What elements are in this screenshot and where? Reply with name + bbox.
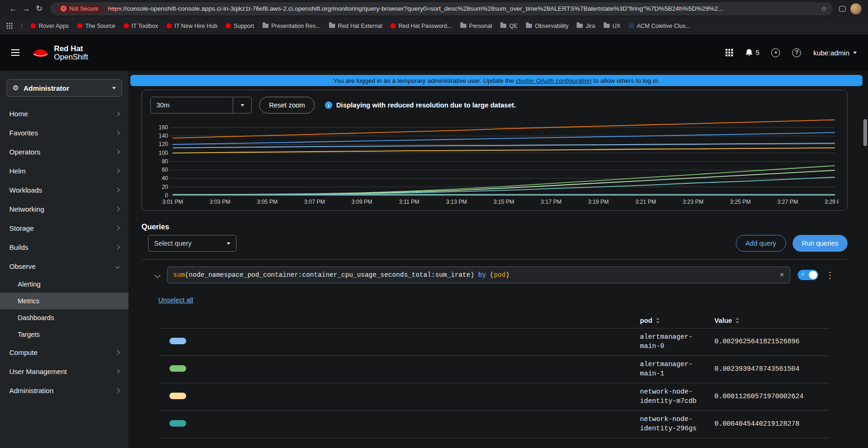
- not-secure-badge[interactable]: × Not Secure: [56, 4, 103, 13]
- masthead: Red HatOpenShift 5 + ? kube:admin: [0, 34, 868, 71]
- query-kebab-menu[interactable]: ⋮: [826, 270, 834, 281]
- query-enabled-toggle[interactable]: ✓: [798, 270, 818, 280]
- series-swatch: [169, 338, 186, 344]
- table-row[interactable]: network-node- 0.0004411958728464218: [159, 438, 829, 448]
- svg-text:120: 120: [159, 141, 168, 147]
- value-column-header[interactable]: Value: [714, 317, 829, 324]
- pod-column-header[interactable]: pod: [640, 317, 714, 324]
- login-banner: You are logged in as a temporary adminis…: [130, 75, 862, 86]
- run-queries-button[interactable]: Run queries: [793, 235, 848, 252]
- not-secure-label: Not Secure: [69, 6, 99, 12]
- bookmark-item[interactable]: Observability: [526, 23, 568, 29]
- sidebar-item-observe[interactable]: Observe: [0, 257, 128, 276]
- sidebar-item-alerting[interactable]: Alerting: [0, 276, 128, 293]
- svg-text:140: 140: [159, 133, 168, 139]
- table-row[interactable]: alertmanager-main-0 0.002962564182152689…: [159, 328, 829, 356]
- sidebar-item-workloads[interactable]: Workloads: [0, 181, 128, 200]
- browser-panel-icon[interactable]: [839, 6, 846, 12]
- table-row[interactable]: network-node-identity-m7cdb 0.0001126057…: [159, 383, 829, 411]
- svg-text:3:13 PM: 3:13 PM: [446, 199, 467, 205]
- page-scrollbar[interactable]: [863, 34, 867, 448]
- svg-text:80: 80: [162, 158, 168, 165]
- svg-text:3:19 PM: 3:19 PM: [588, 199, 609, 205]
- svg-text:0: 0: [165, 192, 168, 199]
- sidebar-item-networking[interactable]: Networking: [0, 200, 128, 219]
- apps-grid-icon[interactable]: [7, 23, 13, 29]
- sidebar-nav: ⚙ Administrator Home Favorites Operators…: [0, 71, 128, 448]
- sidebar-item-user-management[interactable]: User Management: [0, 362, 128, 381]
- svg-text:3:23 PM: 3:23 PM: [683, 199, 704, 205]
- table-row[interactable]: network-node-identity-296gs 0.0004045440…: [159, 411, 829, 438]
- svg-text:40: 40: [162, 175, 168, 181]
- bell-icon: [745, 48, 753, 57]
- sidebar-item-storage[interactable]: Storage: [0, 219, 128, 238]
- folder-icon: [526, 24, 532, 28]
- import-yaml-icon[interactable]: +: [771, 48, 780, 57]
- bookmark-item[interactable]: Jira: [577, 23, 595, 29]
- notifications-button[interactable]: 5: [745, 48, 760, 57]
- sidebar-item-helm[interactable]: Helm: [0, 161, 128, 181]
- bookmark-item[interactable]: IT Toolbox: [124, 23, 158, 29]
- query-expand-toggle[interactable]: [155, 272, 161, 278]
- table-row[interactable]: alertmanager-main-1 0.002393947874356150…: [159, 356, 829, 383]
- sidebar-item-favorites[interactable]: Favorites: [0, 123, 128, 142]
- svg-text:3:27 PM: 3:27 PM: [777, 199, 798, 205]
- reset-zoom-button[interactable]: Reset zoom: [259, 97, 315, 114]
- sidebar-item-dashboards[interactable]: Dashboards: [0, 309, 128, 326]
- sidebar-item-administration[interactable]: Administration: [0, 381, 128, 400]
- perspective-switcher[interactable]: ⚙ Administrator: [7, 79, 122, 97]
- redhat-favicon-icon: [77, 23, 82, 28]
- bookmark-item[interactable]: Personal: [460, 23, 492, 29]
- sidebar-item-builds[interactable]: Builds: [0, 238, 128, 257]
- redhat-favicon-icon: [167, 23, 172, 28]
- nav-toggle-icon[interactable]: [11, 49, 20, 56]
- bookmark-star-icon[interactable]: ☆: [821, 5, 827, 13]
- help-icon[interactable]: ?: [792, 48, 801, 57]
- sidebar-item-targets[interactable]: Targets: [0, 326, 128, 343]
- sidebar-item-home[interactable]: Home: [0, 104, 128, 123]
- metrics-line-chart[interactable]: 0204060801001201401603:01 PM3:03 PM3:05 …: [150, 117, 839, 208]
- chevron-right-icon: [115, 150, 120, 154]
- url-bar[interactable]: × Not Secure https://console-openshift-c…: [50, 2, 833, 15]
- query-expression-input[interactable]: sum(node_namespace_pod_container:contain…: [167, 267, 790, 283]
- bookmark-item[interactable]: Rover Apps: [31, 23, 69, 29]
- sidebar-item-metrics[interactable]: Metrics: [0, 293, 128, 309]
- back-icon[interactable]: ←: [7, 4, 20, 13]
- bookmark-item[interactable]: Presentation Res...: [262, 23, 321, 29]
- bookmark-item[interactable]: IT New Hire Hub: [167, 23, 217, 29]
- svg-text:100: 100: [159, 150, 168, 156]
- bookmark-item[interactable]: ACM Coletive Clus...: [629, 23, 690, 29]
- forward-icon[interactable]: →: [20, 4, 33, 13]
- reload-icon[interactable]: ↻: [33, 4, 46, 13]
- bookmark-item[interactable]: The Source: [77, 23, 115, 29]
- resolution-notice: Displaying with reduced resolution due t…: [336, 101, 516, 109]
- bookmark-item[interactable]: Support: [226, 23, 254, 29]
- redhat-favicon-icon: [31, 23, 36, 28]
- select-query-dropdown[interactable]: Select query: [148, 235, 236, 252]
- redhat-favicon-icon: [390, 23, 396, 28]
- sidebar-item-operators[interactable]: Operators: [0, 142, 128, 161]
- caret-down-icon: [112, 87, 116, 89]
- timespan-caret-button[interactable]: [233, 97, 252, 114]
- bookmarks-divider: |: [21, 23, 22, 29]
- folder-icon: [604, 24, 610, 28]
- sidebar-item-compute[interactable]: Compute: [0, 343, 128, 362]
- timespan-select[interactable]: 30m: [150, 97, 233, 114]
- folder-icon: [329, 24, 335, 28]
- bookmark-item[interactable]: QE: [500, 23, 518, 29]
- value-cell: 0.00011260571970002624: [714, 392, 829, 401]
- bookmark-item[interactable]: UX: [604, 23, 620, 29]
- url-text: https://console-openshift-console.apps.c…: [108, 5, 816, 12]
- chevron-right-icon: [115, 188, 120, 193]
- clear-query-icon[interactable]: ×: [775, 270, 784, 280]
- user-menu[interactable]: kube:admin: [813, 49, 857, 57]
- unselect-all-link[interactable]: Unselect all: [158, 296, 193, 304]
- scrollbar-thumb[interactable]: [863, 119, 867, 146]
- folder-icon: [262, 24, 269, 28]
- bookmark-item[interactable]: Red Hat External: [329, 23, 382, 29]
- oauth-config-link[interactable]: cluster OAuth configuration: [516, 77, 592, 84]
- bookmark-item[interactable]: Red Hat Password...: [390, 23, 452, 29]
- app-launcher-icon[interactable]: [726, 49, 733, 56]
- browser-profile-avatar[interactable]: [850, 3, 861, 14]
- add-query-button[interactable]: Add query: [736, 235, 786, 252]
